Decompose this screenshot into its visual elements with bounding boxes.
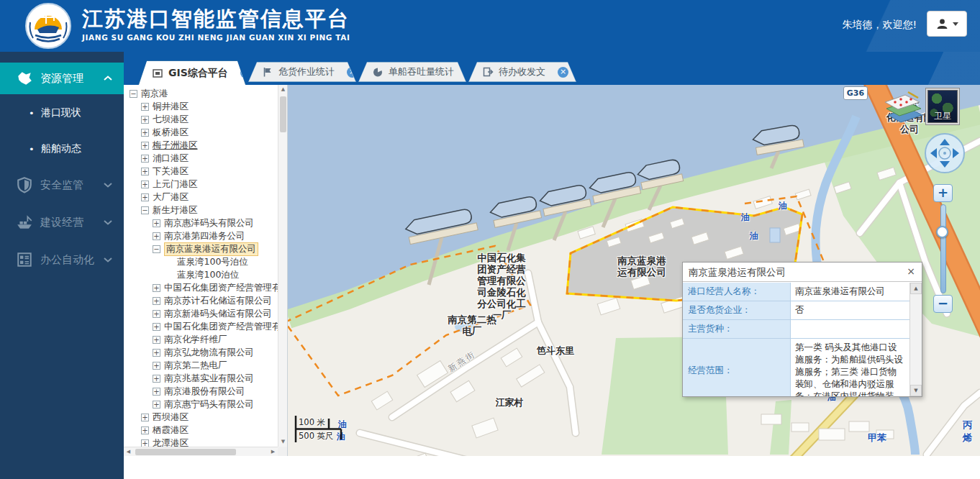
document-list-icon [16,251,33,268]
tree-item[interactable]: 板桥港区 [127,126,278,139]
map-label-jiangjia-village: 江家村 [491,397,528,409]
tree-item[interactable]: 七坝港区 [127,113,278,126]
expand-icon[interactable] [141,181,149,188]
tree-item[interactable]: 浦口港区 [127,152,278,165]
scroll-down-icon[interactable]: ▼ [910,385,922,396]
zoom-slider-handle[interactable] [936,226,948,238]
sidebar-item-resource-management[interactable]: 资源管理 [0,63,124,94]
tree-item[interactable]: 南京惠洋码头有限公司 [127,216,278,229]
tab-close-button[interactable] [558,67,568,78]
sidebar-item-ship-dynamics[interactable]: 船舶动态 [0,142,124,156]
attribute-value: 否 [791,301,909,319]
gis-map-canvas[interactable]: 中国石化集团资产经营管理有限公司金陵石化分公司化工一厂 南京蓝泉港运有限公司 南… [288,85,980,456]
expand-icon[interactable] [141,103,149,111]
expand-icon[interactable] [153,310,160,318]
expand-icon[interactable] [141,426,149,434]
tree-vertical-scrollbar[interactable]: ▲ ▼ [278,85,287,447]
expand-icon[interactable] [153,388,160,396]
tree-item[interactable]: 龙潭港区 [127,437,278,447]
expand-icon[interactable] [153,336,160,344]
tab-close-button[interactable] [347,67,358,78]
expand-icon[interactable] [141,193,149,201]
user-menu-button[interactable] [927,11,967,37]
popup-scrollbar[interactable]: ▲ ▼ [909,283,922,396]
expand-icon[interactable] [153,297,160,305]
tree-item[interactable]: 南京化学纤维厂 [127,333,278,346]
tree-item[interactable]: 新生圩港区 [127,204,278,216]
tab-pending-documents[interactable]: 待办收发文 [468,62,576,82]
expand-icon[interactable] [153,284,160,292]
tree-item[interactable]: 南京港第四港务公司 [127,229,278,242]
map-label-oil: 油 [779,200,787,212]
scroll-down-icon[interactable]: ▼ [278,437,288,447]
tab-label: 危货作业统计 [278,65,335,78]
scrollbar-corner [278,447,287,456]
tree-item[interactable]: 南京第二热电厂 [127,359,278,372]
expand-icon[interactable] [153,362,160,370]
port-tree-panel: 南京港 铜井港区 七坝港区 板桥港区 梅子洲港区 浦口港区 下关港区 上元门港区… [124,85,288,456]
tab-single-ship-throughput-stats[interactable]: 单船吞吐量统计 [358,62,466,82]
scrollbar-thumb[interactable] [280,96,286,132]
zoom-in-button[interactable]: + [933,184,953,202]
expand-icon[interactable] [141,168,149,175]
tab-gis-platform[interactable]: GIS综合平台 [138,60,246,85]
tree-item[interactable]: 南京港股份有限公司 [127,385,278,398]
page-title: 江苏港口智能监管信息平台 JIANG SU GANG KOU ZHI NENG … [82,6,350,42]
expand-icon[interactable] [153,401,160,409]
close-icon[interactable]: × [904,265,917,278]
tree-item[interactable]: 大厂港区 [127,191,278,204]
tree-item[interactable]: 下关港区 [127,165,278,178]
collapse-icon[interactable] [141,206,149,214]
sidebar-item-safety-supervision[interactable]: 安全监管 [0,176,124,193]
zoom-out-button[interactable]: − [933,295,953,313]
tree-item[interactable]: 中国石化集团资产经营管理有 [127,320,278,333]
sidebar-item-port-status[interactable]: 港口现状 [0,106,124,120]
tree-horizontal-scrollbar[interactable]: ◀ ▶ [124,447,278,456]
tree-item-selected[interactable]: 南京蓝泉港运有限公司 [127,242,278,255]
scroll-up-icon[interactable]: ▲ [910,283,922,294]
scrollbar-thumb[interactable] [135,449,236,455]
tree-item[interactable]: 南京苏计石化储运有限公司 [127,294,278,307]
scroll-left-icon[interactable]: ◀ [124,447,133,457]
expand-icon[interactable] [153,219,160,227]
tree-item[interactable]: 南京惠宁码头有限公司 [127,398,278,411]
expand-icon[interactable] [141,439,149,447]
expand-icon[interactable] [141,414,149,421]
expand-icon[interactable] [141,129,149,137]
tree-item[interactable]: 梅子洲港区 [127,139,278,152]
tree-item[interactable]: 铜井港区 [127,100,278,113]
map-layers-marker-icon[interactable] [879,89,925,127]
popup-title: 南京蓝泉港运有限公司 [683,263,922,282]
tree-item[interactable]: 南京新港码头储运有限公司 [127,307,278,320]
scroll-right-icon[interactable]: ▶ [268,447,278,457]
map-label-badou-dongli: 笆斗东里 [532,345,579,357]
tree-item[interactable]: 中国石化集团资产经营管理有 [127,281,278,294]
expand-icon[interactable] [153,232,160,240]
collapse-icon[interactable] [130,90,137,98]
map-pan-control[interactable] [924,132,966,174]
tab-dangerous-cargo-stats[interactable]: 危货作业统计 [248,62,356,82]
tree-item[interactable]: 上元门港区 [127,178,278,191]
satellite-view-button[interactable]: 卫星 [925,88,960,125]
scroll-up-icon[interactable]: ▲ [278,85,288,94]
tree-item-nanjing-port[interactable]: 南京港 [127,87,278,100]
tree-item[interactable]: 南京兆基实业有限公司 [127,372,278,385]
zoom-slider-track[interactable] [940,204,946,293]
expand-icon[interactable] [153,323,160,331]
tree-item-berth[interactable]: 蓝泉湾100号泊位 [127,255,278,268]
collapse-icon[interactable] [153,245,160,253]
sidebar-item-office-automation[interactable]: 办公自动化 [0,251,124,268]
tree-item[interactable]: 栖霞港区 [127,424,278,437]
tree-item[interactable]: 南京弘龙物流有限公司 [127,346,278,359]
sidebar-item-construction-operation[interactable]: 建设经营 [0,214,124,231]
tab-close-button[interactable] [240,68,251,78]
flag-icon [262,66,273,78]
expand-icon[interactable] [141,142,149,150]
tree-item-berth[interactable]: 蓝泉湾100泊位 [127,268,278,281]
map-label-lanquan-port: 南京蓝泉港运有限公司 [613,255,671,278]
expand-icon[interactable] [141,116,149,124]
expand-icon[interactable] [153,375,160,383]
expand-icon[interactable] [141,155,149,163]
expand-icon[interactable] [153,349,160,357]
tree-item[interactable]: 西坝港区 [127,411,278,424]
